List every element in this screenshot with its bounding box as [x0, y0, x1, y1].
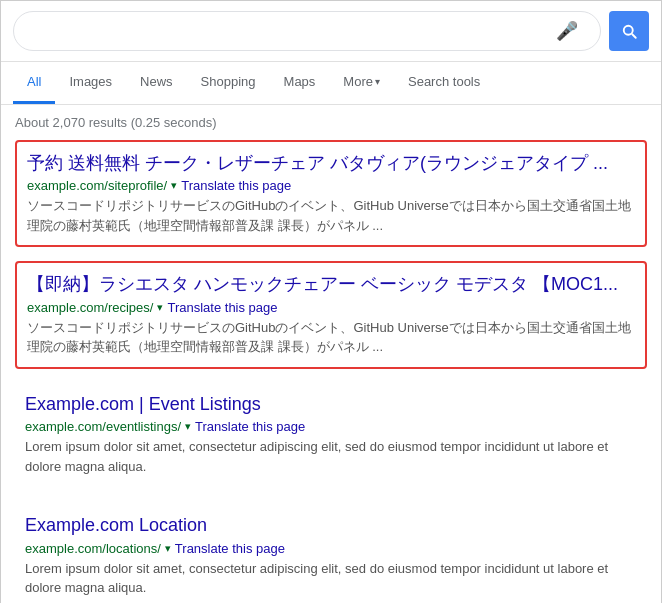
search-input-container: site:example.com/ 🎤: [13, 11, 601, 51]
result-item: Example.com Location example.com/locatio…: [15, 504, 647, 603]
chevron-down-icon: ▾: [375, 76, 380, 87]
tab-shopping[interactable]: Shopping: [187, 62, 270, 104]
result-item: 予約 送料無料 チーク・レザーチェア バタヴィア(ラウンジェアタイプ ... e…: [15, 140, 647, 247]
tab-more[interactable]: More ▾: [329, 62, 394, 104]
mic-icon[interactable]: 🎤: [556, 20, 578, 42]
result-title[interactable]: Example.com Location: [25, 514, 637, 537]
result-url-row: example.com/eventlistings/ ▾ Translate t…: [25, 419, 637, 434]
result-snippet: ソースコードリポジトリサービスのGitHubのイベント、GitHub Unive…: [27, 318, 635, 357]
translate-link[interactable]: Translate this page: [195, 419, 305, 434]
results-container: 予約 送料無料 チーク・レザーチェア バタヴィア(ラウンジェアタイプ ... e…: [1, 136, 661, 603]
url-arrow-icon[interactable]: ▾: [157, 301, 163, 314]
result-url: example.com/siteprofile/: [27, 178, 167, 193]
tab-maps[interactable]: Maps: [270, 62, 330, 104]
result-url: example.com/recipes/: [27, 300, 153, 315]
result-url-row: example.com/locations/ ▾ Translate this …: [25, 541, 637, 556]
result-title[interactable]: Example.com | Event Listings: [25, 393, 637, 416]
translate-link[interactable]: Translate this page: [181, 178, 291, 193]
result-url-row: example.com/siteprofile/ ▾ Translate thi…: [27, 178, 635, 193]
search-input[interactable]: site:example.com/: [28, 22, 556, 40]
result-title[interactable]: 【即納】ラシエスタ ハンモックチェアー ベーシック モデスタ 【MOC1...: [27, 273, 635, 296]
tab-images[interactable]: Images: [55, 62, 126, 104]
result-url: example.com/eventlistings/: [25, 419, 181, 434]
result-item: 【即納】ラシエスタ ハンモックチェアー ベーシック モデスタ 【MOC1... …: [15, 261, 647, 368]
tab-all[interactable]: All: [13, 62, 55, 104]
search-bar: site:example.com/ 🎤: [1, 1, 661, 62]
url-arrow-icon[interactable]: ▾: [165, 542, 171, 555]
url-arrow-icon[interactable]: ▾: [171, 179, 177, 192]
result-title[interactable]: 予約 送料無料 チーク・レザーチェア バタヴィア(ラウンジェアタイプ ...: [27, 152, 635, 175]
tab-news[interactable]: News: [126, 62, 187, 104]
translate-link[interactable]: Translate this page: [167, 300, 277, 315]
result-url: example.com/locations/: [25, 541, 161, 556]
tab-search-tools[interactable]: Search tools: [394, 62, 494, 104]
translate-link[interactable]: Translate this page: [175, 541, 285, 556]
result-snippet: Lorem ipsum dolor sit amet, consectetur …: [25, 437, 637, 476]
url-arrow-icon[interactable]: ▾: [185, 420, 191, 433]
more-label: More: [343, 74, 373, 89]
result-snippet: ソースコードリポジトリサービスのGitHubのイベント、GitHub Unive…: [27, 196, 635, 235]
nav-tabs: All Images News Shopping Maps More ▾ Sea…: [1, 62, 661, 105]
results-info: About 2,070 results (0.25 seconds): [1, 105, 661, 136]
result-item: Example.com | Event Listings example.com…: [15, 383, 647, 486]
results-count: About 2,070 results (0.25 seconds): [15, 115, 217, 130]
result-snippet: Lorem ipsum dolor sit amet, consectetur …: [25, 559, 637, 598]
search-button[interactable]: [609, 11, 649, 51]
result-url-row: example.com/recipes/ ▾ Translate this pa…: [27, 300, 635, 315]
search-icon: [620, 22, 638, 40]
